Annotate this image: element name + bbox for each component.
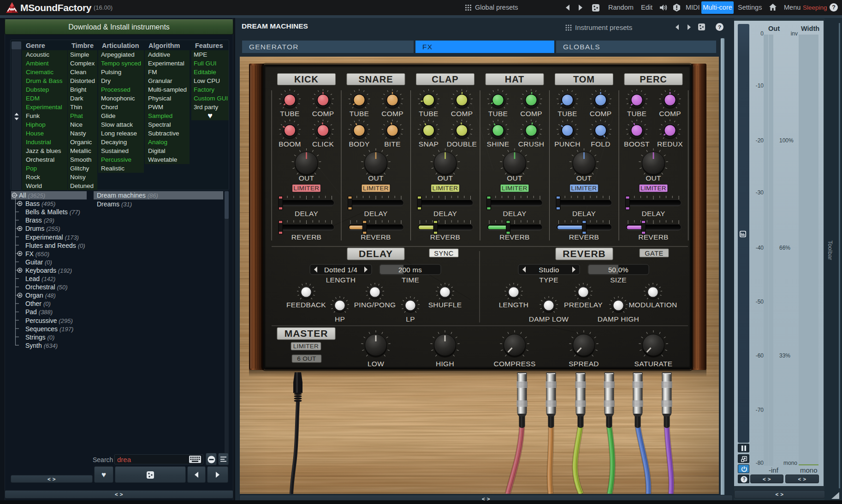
svg-text:LIMITER: LIMITER [502, 185, 528, 192]
svg-text:TOM: TOM [573, 74, 595, 84]
svg-text:DELAY: DELAY [433, 210, 457, 217]
svg-text:OUT: OUT [507, 174, 522, 182]
svg-text:TUBE: TUBE [557, 110, 577, 117]
svg-text:DELAY: DELAY [364, 210, 387, 217]
svg-text:COMP: COMP [381, 110, 403, 117]
svg-text:COMPRESS: COMPRESS [493, 360, 535, 368]
svg-text:TYPE: TYPE [539, 276, 558, 284]
svg-text:DAMP HIGH: DAMP HIGH [598, 315, 639, 323]
svg-text:OUT: OUT [299, 174, 314, 182]
svg-text:SIZE: SIZE [610, 276, 627, 284]
svg-text:TUBE: TUBE [280, 110, 300, 117]
svg-text:OUT: OUT [576, 174, 592, 182]
svg-text:PERC: PERC [640, 74, 667, 84]
svg-text:COMP: COMP [312, 110, 334, 117]
svg-text:DELAY: DELAY [503, 210, 526, 217]
svg-text:PING/PONG: PING/PONG [354, 301, 396, 309]
svg-text:LIMITER: LIMITER [571, 185, 597, 192]
svg-text:SNARE: SNARE [358, 74, 393, 84]
svg-text:COMP: COMP [659, 110, 681, 117]
svg-text:REVERB: REVERB [569, 233, 599, 241]
svg-text:LIMITER: LIMITER [293, 185, 319, 192]
svg-text:BITE: BITE [384, 140, 401, 148]
svg-text:SNAP: SNAP [419, 140, 439, 148]
svg-text:BOOM: BOOM [279, 140, 301, 148]
svg-text:DELAY: DELAY [359, 248, 393, 259]
svg-text:LIMITER: LIMITER [432, 185, 458, 192]
svg-text:PREDELAY: PREDELAY [564, 301, 603, 309]
svg-text:SATURATE: SATURATE [634, 360, 673, 368]
svg-text:LOW: LOW [368, 360, 384, 368]
svg-text:MASTER: MASTER [285, 328, 328, 339]
svg-text:SHUFFLE: SHUFFLE [428, 301, 462, 309]
svg-text:DELAY: DELAY [641, 210, 665, 217]
svg-text:FEEDBACK: FEEDBACK [286, 301, 326, 309]
svg-text:LP: LP [406, 315, 415, 323]
svg-text:?: ? [742, 477, 745, 482]
svg-text:REVERB: REVERB [638, 233, 669, 241]
svg-text:HP: HP [335, 315, 345, 323]
svg-text:OUT: OUT [646, 174, 661, 182]
svg-text:CLICK: CLICK [312, 140, 334, 148]
svg-text:COMP: COMP [520, 110, 542, 117]
svg-text:CLAP: CLAP [432, 74, 458, 84]
svg-text:DAMP LOW: DAMP LOW [529, 315, 569, 323]
svg-text:200 ms: 200 ms [398, 266, 422, 274]
svg-text:REVERB: REVERB [563, 248, 606, 259]
svg-text:50.0%: 50.0% [608, 266, 629, 274]
svg-text:Studio: Studio [539, 266, 559, 274]
svg-text:REDUX: REDUX [657, 140, 683, 148]
svg-text:OUT: OUT [368, 174, 384, 182]
svg-text:OUT: OUT [438, 174, 453, 182]
svg-text:BODY: BODY [349, 140, 369, 148]
svg-text:LIMITER: LIMITER [363, 185, 389, 192]
svg-text:Dotted 1/4: Dotted 1/4 [324, 266, 357, 274]
svg-text:DOUBLE: DOUBLE [447, 140, 477, 148]
svg-text:CRUSH: CRUSH [518, 140, 545, 148]
svg-text:6 OUT: 6 OUT [297, 355, 316, 362]
svg-text:REVERB: REVERB [361, 233, 391, 241]
svg-text:SYNC: SYNC [434, 250, 453, 257]
svg-text:TUBE: TUBE [419, 110, 439, 117]
svg-text:COMP: COMP [451, 110, 473, 117]
svg-text:TUBE: TUBE [350, 110, 369, 117]
svg-text:TUBE: TUBE [627, 110, 647, 117]
svg-text:GATE: GATE [645, 250, 663, 257]
svg-text:HAT: HAT [505, 74, 525, 84]
svg-text:REVERB: REVERB [430, 233, 461, 241]
svg-text:MODULATION: MODULATION [629, 301, 677, 309]
svg-text:HIGH: HIGH [436, 360, 454, 368]
svg-text:REVERB: REVERB [291, 233, 322, 241]
svg-text:?: ? [718, 24, 721, 30]
svg-text:DELAY: DELAY [572, 210, 596, 217]
svg-text:LIMITER: LIMITER [640, 185, 666, 192]
svg-text:KICK: KICK [294, 74, 319, 84]
svg-text:TIME: TIME [402, 276, 419, 284]
svg-text:LENGTH: LENGTH [326, 276, 356, 284]
svg-text:DELAY: DELAY [295, 210, 318, 217]
svg-text:LIMITER: LIMITER [293, 343, 319, 350]
svg-text:PUNCH: PUNCH [554, 140, 581, 148]
svg-text:COMP: COMP [590, 110, 612, 117]
svg-text:REVERB: REVERB [499, 233, 530, 241]
svg-text:LENGTH: LENGTH [499, 301, 529, 309]
svg-text:TUBE: TUBE [488, 110, 508, 117]
svg-text:BOOST: BOOST [624, 140, 650, 148]
svg-text:?: ? [832, 4, 836, 11]
svg-text:SPREAD: SPREAD [569, 360, 599, 368]
svg-text:FOLD: FOLD [591, 140, 611, 148]
svg-text:SHINE: SHINE [487, 140, 510, 148]
